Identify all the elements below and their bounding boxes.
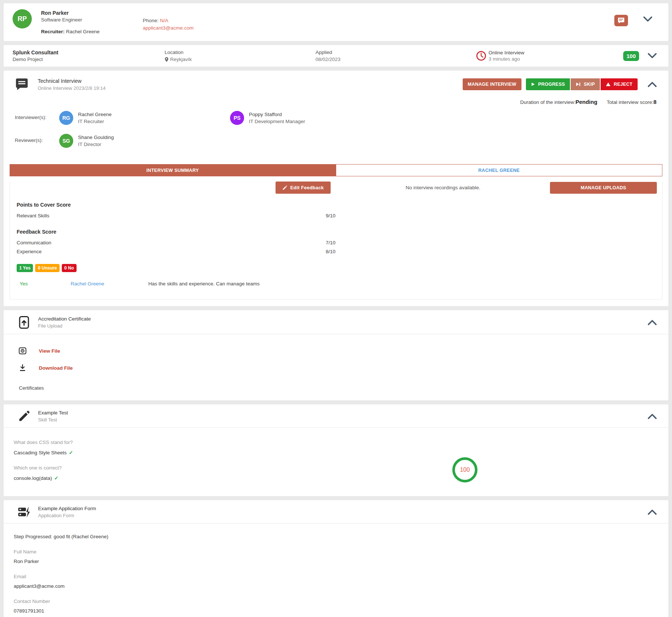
job-chevron-down-icon[interactable]: [647, 52, 657, 59]
feedback-title: Feedback Score: [17, 229, 655, 235]
view-file-label: View File: [39, 348, 60, 354]
candidate-identity: Ron Parker Software Engineer Recruiter: …: [41, 9, 117, 34]
decision-vote: Yes: [20, 281, 71, 287]
skip-icon: [576, 82, 581, 87]
job-project: Demo Project: [13, 57, 165, 62]
view-file-action[interactable]: View File: [18, 347, 668, 355]
application-form-chevron-up-icon[interactable]: [647, 509, 657, 515]
phone-label: Phone:: [143, 18, 159, 23]
answer-text: console.log(data)✓: [14, 475, 668, 481]
duration-label: Duration of the interview:: [520, 99, 575, 105]
candidate-header-card: RP Ron Parker Software Engineer Recruite…: [4, 3, 668, 41]
points-title: Points to Cover Score: [17, 202, 655, 208]
download-file-label: Download File: [39, 365, 73, 371]
pencil-icon: [17, 410, 31, 423]
clock-icon: [476, 51, 486, 61]
step-progressed-note: Step Progressed: good fit (Rachel Greene…: [14, 534, 657, 539]
job-stage: Online Interview 3 minutes ago: [476, 50, 623, 62]
candidate-contact: Phone: N/A applicant3@acme.com: [143, 9, 194, 31]
interview-chevron-up-icon[interactable]: [647, 81, 657, 88]
file-upload-icon: [17, 316, 31, 329]
reviewer-item: SG Shane Goulding IT Director: [59, 134, 230, 148]
job-applied: Applied 08/02/2023: [315, 50, 476, 62]
vote-badges: 1 Yes 0 Unsure 0 No: [10, 254, 662, 272]
field-label: Email: [14, 574, 657, 579]
interviewer-item: RG Rachel Greene IT Recruiter: [59, 111, 230, 125]
candidate-email-link[interactable]: applicant3@acme.com: [143, 24, 194, 32]
unsure-count-badge: 0 Unsure: [35, 264, 59, 272]
score-label: Communication: [17, 240, 326, 245]
no-count-badge: 0 No: [62, 264, 77, 272]
application-form-title: Example Application Form: [38, 506, 647, 511]
download-file-action[interactable]: Download File: [18, 364, 668, 372]
edit-feedback-button[interactable]: Edit Feedback: [276, 182, 331, 194]
stage-time: 3 minutes ago: [489, 56, 524, 62]
reject-button[interactable]: REJECT: [601, 78, 638, 90]
dynamic-form-icon: [17, 506, 31, 518]
stage-label: Online Interview: [489, 50, 524, 55]
job-bar: Splunk Consultant Demo Project Location …: [4, 45, 668, 67]
header-chevron-down-icon[interactable]: [643, 16, 653, 23]
score-row: Communication 7/10: [17, 240, 335, 245]
skill-test-chevron-up-icon[interactable]: [647, 413, 657, 420]
interviewer-avatar: RG: [59, 111, 73, 125]
candidate-recruiter: Recruiter: Rachel Greene: [41, 29, 117, 34]
interviewer-name: Poppy Stafford: [249, 112, 305, 117]
field-label: Contact Number: [14, 599, 657, 604]
interview-people: Interviewer(s): RG Rachel Greene IT Recr…: [4, 106, 668, 159]
interview-summary-panel: Edit Feedback No interview recordings av…: [10, 182, 662, 299]
chat-button[interactable]: [614, 15, 628, 26]
score-row: Relevant Skills 9/10: [17, 213, 335, 218]
warning-triangle-icon: [606, 82, 611, 87]
progress-button[interactable]: PROGRESS: [526, 78, 570, 90]
job-title: Splunk Consultant: [13, 50, 165, 55]
question-text: What does CSS stand for?: [14, 440, 668, 445]
candidate-avatar: RP: [13, 9, 32, 28]
score-value: 8/10: [326, 249, 335, 254]
tab-interview-summary[interactable]: INTERVIEW SUMMARY: [10, 164, 336, 176]
reviewer-name: Shane Goulding: [78, 135, 114, 140]
interviewer-role: IT Recruiter: [78, 119, 112, 124]
decision-reviewer-link[interactable]: Rachel Greene: [71, 281, 148, 287]
reviewers-label: Reviewer(s):: [15, 134, 59, 148]
location-label: Location: [165, 50, 315, 55]
score-value: 7/10: [326, 240, 335, 245]
feedback-score-block: Feedback Score Communication 7/10 Experi…: [10, 218, 662, 254]
applied-value: 08/02/2023: [315, 57, 341, 62]
candidate-name: Ron Parker: [41, 9, 117, 16]
recruiter-name: Rachel Greene: [66, 29, 100, 34]
interviewer-avatar: PS: [230, 111, 244, 125]
job-info: Splunk Consultant Demo Project: [13, 50, 165, 62]
interviewers-label: Interviewer(s):: [15, 111, 59, 125]
chat-icon: [618, 17, 625, 24]
field-label: Full Name: [14, 549, 657, 555]
interviewer-item: PS Poppy Stafford IT Development Manager: [230, 111, 401, 125]
manage-interview-button[interactable]: MANAGE INTERVIEW: [463, 78, 521, 90]
total-score-value: 8: [654, 99, 656, 105]
score-label: Relevant Skills: [17, 213, 326, 218]
manage-uploads-button[interactable]: MANAGE UPLOADS: [550, 182, 657, 194]
accreditation-title: Accreditation Certificate: [38, 316, 647, 322]
application-form-subtitle: Application Form: [38, 513, 647, 518]
download-icon: [18, 364, 27, 372]
interview-subtitle: Online Interview 2023/2/8 19:14: [38, 85, 106, 91]
interview-card: Technical Interview Online Interview 202…: [4, 71, 668, 306]
eye-icon: [18, 347, 27, 355]
score-row: Experience 8/10: [17, 249, 335, 254]
score-value: 9/10: [326, 213, 335, 218]
skip-button[interactable]: SKIP: [571, 78, 600, 90]
test-score-ring: 100: [452, 457, 477, 482]
tab-rachel-greene[interactable]: RACHEL GREENE: [336, 164, 663, 176]
duration-value: Pending: [575, 99, 597, 105]
match-score-badge: 100: [623, 51, 639, 61]
no-recordings-note: No interview recordings available.: [336, 185, 550, 190]
interviewer-name: Rachel Greene: [78, 112, 112, 117]
check-icon: ✓: [54, 475, 58, 481]
accreditation-chevron-up-icon[interactable]: [647, 319, 657, 326]
total-score-label: Total interview score:: [607, 99, 654, 105]
question-text: Which one is correct?: [14, 465, 668, 471]
skill-test-card: Example Test Skill Test What does CSS st…: [4, 404, 668, 496]
phone-value: N/A: [160, 18, 169, 23]
location-value: Reykjavík: [170, 57, 192, 62]
interview-meta: Duration of the interview:Pending Total …: [4, 96, 668, 106]
